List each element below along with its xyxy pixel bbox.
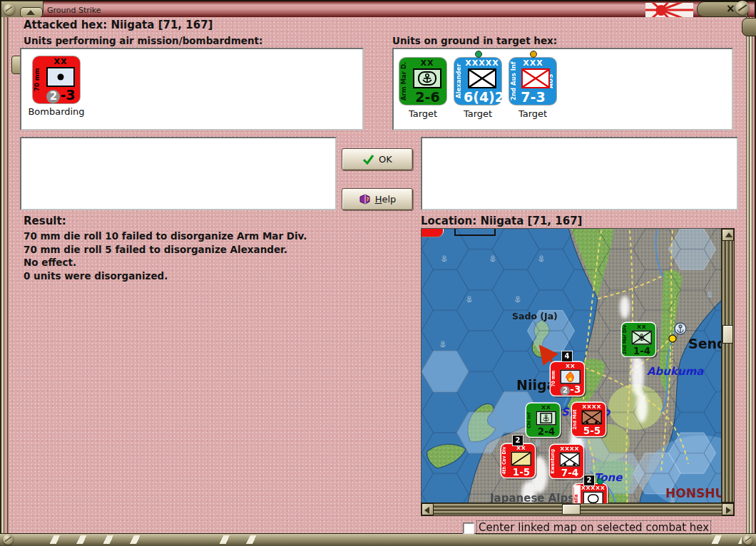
unit-size: XX (409, 58, 445, 68)
attackers-panel-label: Units performing air mission/bombardment… (24, 35, 262, 46)
unit-size: XX (629, 324, 655, 330)
scroll-right-icon (726, 507, 731, 514)
marine-symbol-icon (536, 411, 556, 426)
map-horizontal-scrollbar[interactable] (421, 503, 735, 516)
unit-name: Italia (574, 485, 581, 504)
status-dot-amber (530, 51, 537, 58)
unit-strength: 7-4 (556, 468, 583, 478)
unit-size: XX (43, 57, 78, 66)
scroll-right-button[interactable] (722, 503, 734, 515)
horizontal-scroll-thumb[interactable] (562, 504, 581, 515)
unit-size: XX (533, 404, 559, 411)
stack-badge: 2 (513, 436, 523, 445)
motorized-infantry-symbol-icon (581, 411, 601, 425)
motorized-infantry-symbol-icon (559, 453, 579, 467)
map-label-sendai: Sendai (688, 336, 722, 351)
japanese-naval-flag-icon (645, 3, 693, 18)
unit-size: XXXXX (581, 485, 606, 491)
map-label-sado: Sado (Ja) (512, 311, 558, 321)
screw-icon (735, 1, 750, 15)
map-unit-2nd-mot[interactable]: 2nd Mot XXXX 5-5 (572, 403, 606, 436)
hazard-stripes (214, 535, 257, 544)
unit-size: XXXX (579, 403, 605, 410)
unit-size: XXXXX (464, 58, 500, 68)
unit-counter-70mm[interactable]: 70 mm XX 2-3 (33, 56, 80, 103)
partial-unit-counter (422, 229, 443, 237)
unit-size: XXX (519, 58, 547, 68)
close-icon: × (726, 2, 735, 15)
map-unit-70mm[interactable]: 70 mm XX 2-3 (551, 362, 584, 396)
ground-strike-window: Ground Strike × Attacked hex: N (0, 0, 756, 546)
unit-strength: 6(4)2 (464, 90, 501, 105)
ok-button-label: OK (379, 154, 392, 165)
unit-strength: 2-4 (533, 426, 560, 437)
unit-caption: Bombarding (26, 106, 87, 117)
scroll-left-button[interactable] (422, 503, 434, 515)
map-unit-chi-inf[interactable]: Chi Inf XX 2-4 (526, 403, 560, 437)
help-icon-glyph: ? (366, 197, 369, 202)
result-line: 70 mm die roll 5 failed to disorganize A… (24, 243, 409, 257)
map-unit-kwantung[interactable]: Kwantung XXXX 7-4 (550, 445, 583, 478)
map-vertical-scrollbar[interactable] (721, 228, 735, 503)
minimize-triangle-button[interactable] (20, 7, 43, 18)
center-map-checkbox-label[interactable]: Center linked map on selected combat hex (477, 521, 710, 534)
objective-dot (597, 478, 603, 485)
screw-icon (4, 4, 15, 15)
attacker-detail-list[interactable] (20, 137, 337, 210)
artillery-symbol-icon (46, 67, 75, 87)
flame-symbol-icon (560, 370, 580, 384)
title-bar[interactable]: Ground Strike (1, 1, 755, 18)
strength-rest: -3 (570, 384, 581, 396)
scroll-up-button[interactable] (722, 229, 734, 241)
map-label-alps: Japanese Alps (489, 492, 574, 503)
unit-counter-alexander[interactable]: Alexander XXXXX 6(4)2 (454, 58, 501, 105)
cavalry-symbol-icon (511, 452, 531, 466)
defender-detail-list[interactable] (421, 137, 738, 210)
strength-rest: -3 (60, 87, 75, 103)
unit-caption: Target (454, 108, 501, 119)
unit-strength: 7-3 (519, 90, 548, 105)
unit-counter-arm-mar-d[interactable]: Arm Mar D. XX 2-6 (399, 58, 446, 105)
unit-strength: 2-6 (409, 90, 446, 105)
stack-badge: 2 (584, 475, 594, 485)
infantry-symbol-icon (468, 68, 496, 88)
unit-counter-2nd-aus-inf[interactable]: 2nd Aus Inf AUS XXX 7-3 (509, 58, 556, 105)
result-label: Result: (24, 215, 66, 227)
screw-icon (3, 534, 14, 545)
infantry-symbol-red-icon (521, 68, 550, 88)
ok-button[interactable]: OK (342, 148, 413, 170)
center-map-checkbox[interactable] (463, 522, 474, 534)
unit-size: XX (509, 445, 534, 451)
window-border-bottom (0, 533, 756, 546)
unit-strength: 1-4 (628, 346, 655, 356)
unit-strength: 5-5 (578, 426, 606, 436)
help-book-icon: ? (359, 194, 371, 205)
frame-tab (742, 18, 756, 36)
unit-caption: Target (399, 108, 446, 119)
unit-size: XX (558, 363, 583, 369)
unit-caption: Target (509, 108, 556, 119)
linked-map[interactable]: Sado (Ja) Niigata Sendai Abukuma Shinano… (421, 228, 722, 504)
unit-strength: 2-3 (557, 384, 584, 396)
status-dot-green (475, 51, 482, 58)
check-icon (362, 154, 374, 165)
hits-badge: 4 (562, 351, 572, 361)
vertical-scroll-thumb[interactable] (722, 325, 733, 344)
help-button[interactable]: ? Help (342, 188, 413, 210)
window-title: Ground Strike (47, 6, 101, 15)
scroll-left-icon (424, 507, 429, 514)
map-unit-italia[interactable]: Italia XXXXX (573, 484, 607, 504)
window-border-right (746, 17, 756, 533)
disruption-circle: 2 (561, 386, 570, 395)
hazard-stripes (706, 535, 742, 544)
unit-strength: 2-3 (42, 88, 80, 103)
map-label-honshu: HONSHU (665, 486, 722, 500)
defenders-panel-label: Units on ground in target hex: (392, 35, 557, 46)
scroll-up-icon (725, 232, 732, 237)
map-unit-4th-cav-div[interactable]: 4th Cav Div XX 1-5 (501, 444, 535, 478)
map-unit-2nd-mar-div[interactable]: 2nd Mar Div XX 1-4 (622, 323, 655, 356)
disruption-circle: 2 (46, 90, 60, 103)
result-line: 0 units were disorganized. (24, 269, 409, 283)
result-line: 70 mm die roll 10 failed to disorganize … (24, 230, 409, 243)
marine-infantry-symbol-icon (631, 331, 651, 345)
